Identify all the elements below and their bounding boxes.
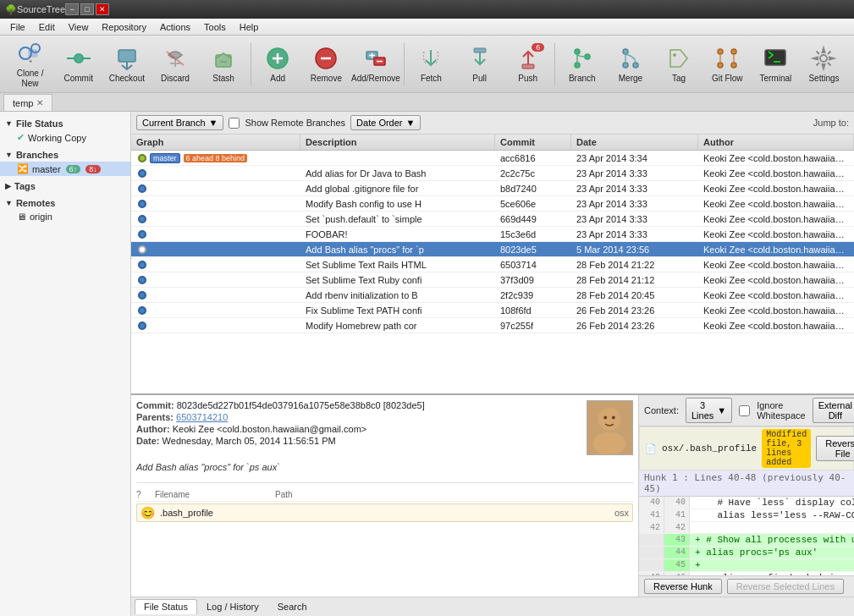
table-row[interactable]: Set `push.default` to `simple 669d449 23… xyxy=(131,212,854,227)
line-content xyxy=(690,522,854,533)
description-cell-selected: Add Bash alias "procs" for `p xyxy=(300,244,495,256)
pull-button[interactable]: Pull xyxy=(456,40,503,89)
toolbar: + Clone / New Commit Checkout Discard St… xyxy=(0,36,854,93)
commit-button[interactable]: Commit xyxy=(55,40,102,89)
menu-actions[interactable]: Actions xyxy=(153,20,197,34)
remove-button[interactable]: Remove xyxy=(303,40,350,89)
sidebar-header-branches[interactable]: ▼ Branches xyxy=(0,148,130,162)
author-cell: Keoki Zee <cold.boston.hawaiian@g xyxy=(698,168,854,179)
menu-view[interactable]: View xyxy=(62,20,96,34)
commit-cell: 37f3d09 xyxy=(495,274,571,286)
table-row[interactable]: Set Sublime Text Ruby confi 37f3d09 28 F… xyxy=(131,272,854,288)
sidebar-item-origin[interactable]: 🖥 origin xyxy=(0,210,130,223)
svg-point-27 xyxy=(623,49,628,54)
diff-line-added: 44 + alias procs='ps aux' xyxy=(639,547,854,559)
terminal-button[interactable]: Terminal xyxy=(752,40,799,89)
description-cell: Modify Bash config to use H xyxy=(300,198,495,210)
context-dropdown[interactable]: 3 Lines ▼ xyxy=(686,398,732,423)
content-area: Current Branch ▼ Show Remote Branches Da… xyxy=(131,112,854,616)
tab-close-button[interactable]: ✕ xyxy=(36,98,43,107)
push-button[interactable]: 6 Push xyxy=(504,40,551,89)
git-flow-button[interactable]: Git Flow xyxy=(704,40,751,89)
sidebar-section-file-status: ▼ File Status ✔ Working Copy xyxy=(0,115,130,146)
sidebar-item-master[interactable]: 🔀 master 6↑ 8↓ xyxy=(0,162,130,176)
table-row[interactable]: Add global .gitignore file for b8d7240 2… xyxy=(131,181,854,196)
ignore-whitespace-label[interactable]: Ignore Whitespace xyxy=(757,400,805,421)
author-cell: Keoki Zee <cold.boston.hawaiian@g xyxy=(698,289,854,301)
date-label: Date: xyxy=(136,436,160,446)
line-num-old: 42 xyxy=(639,522,664,533)
svg-point-32 xyxy=(718,49,723,54)
table-row[interactable]: Set Sublime Text Rails HTML 6503714 28 F… xyxy=(131,257,854,272)
graph-dot xyxy=(138,215,146,223)
description-cell: Add alias for Dr Java to Bash xyxy=(300,168,495,179)
reverse-file-button[interactable]: Reverse File xyxy=(816,436,854,461)
checkout-button[interactable]: Checkout xyxy=(103,40,150,89)
current-branch-label: Current Branch xyxy=(142,118,206,128)
reverse-selected-lines-button[interactable]: Reverse Selected Lines xyxy=(727,579,844,594)
tab-search[interactable]: Search xyxy=(268,599,317,614)
menu-edit[interactable]: Edit xyxy=(32,20,62,34)
table-row[interactable]: master 6 ahead 8 behind acc6816 23 Apr 2… xyxy=(131,151,854,166)
tab-file-status[interactable]: File Status xyxy=(135,599,197,614)
svg-point-34 xyxy=(731,49,736,54)
stash-button[interactable]: Stash xyxy=(201,40,247,89)
list-item[interactable]: 😊 .bash_profile osx xyxy=(136,503,633,522)
table-row[interactable]: FOOBAR! 15c3e6d 23 Apr 2014 3:33 Keoki Z… xyxy=(131,227,854,242)
maximize-button[interactable]: □ xyxy=(80,3,94,15)
commit-cell: b8d7240 xyxy=(495,183,571,195)
author-cell: Keoki Zee <cold.boston.hawaiian@g xyxy=(698,152,854,164)
description-cell: Fix Sublime Text PATH confi xyxy=(300,305,495,316)
table-row[interactable]: Add alias for Dr Java to Bash 2c2c75c 23… xyxy=(131,166,854,181)
branch-button[interactable]: Branch xyxy=(559,40,605,89)
line-content: + # Show all processes with users xyxy=(690,534,854,546)
close-button[interactable]: ✕ xyxy=(96,3,109,15)
remotes-arrow: ▼ xyxy=(5,199,13,207)
menu-repository[interactable]: Repository xyxy=(95,20,153,34)
diff-line: 42 42 xyxy=(639,522,854,534)
table-row[interactable]: Fix Sublime Text PATH confi 108f6fd 26 F… xyxy=(131,303,854,318)
table-row[interactable]: Modify Bash config to use H 5ce606e 23 A… xyxy=(131,196,854,212)
settings-button[interactable]: Settings xyxy=(801,40,847,89)
tab-log-history[interactable]: Log / History xyxy=(197,599,268,614)
ignore-whitespace-checkbox[interactable] xyxy=(739,405,750,416)
checkout-icon xyxy=(113,45,140,72)
table-row-selected[interactable]: Add Bash alias "procs" for `p 8023de5 5 … xyxy=(131,242,854,257)
sidebar-header-tags[interactable]: ▶ Tags xyxy=(0,179,130,193)
graph-cell xyxy=(131,275,300,285)
settings-icon xyxy=(810,45,837,72)
show-remote-checkbox[interactable] xyxy=(229,118,240,129)
minimize-button[interactable]: − xyxy=(65,3,79,15)
graph-cell: master 6 ahead 8 behind xyxy=(131,152,300,164)
sidebar-header-remotes[interactable]: ▼ Remotes xyxy=(0,196,130,210)
table-row[interactable]: Modify Homebrew path cor 97c255f 26 Feb … xyxy=(131,318,854,333)
commit-label: Commit xyxy=(63,74,92,84)
add-remove-button[interactable]: Add/Remove xyxy=(351,40,400,89)
merge-button[interactable]: Merge xyxy=(607,40,653,89)
context-label: Context: xyxy=(644,405,679,415)
menu-file[interactable]: File xyxy=(3,20,32,34)
author-cell: Keoki Zee <cold.boston.hawaiian@g xyxy=(698,183,854,195)
discard-button[interactable]: Discard xyxy=(152,40,198,89)
external-diff-button[interactable]: External Diff xyxy=(813,398,854,423)
reverse-hunk-button[interactable]: Reverse Hunk xyxy=(644,579,722,594)
add-button[interactable]: Add xyxy=(255,40,301,89)
sidebar-header-file-status[interactable]: ▼ File Status xyxy=(0,117,130,130)
tab-temp[interactable]: temp ✕ xyxy=(3,94,52,111)
date-cell: 23 Apr 2014 3:33 xyxy=(571,198,698,210)
tag-button[interactable]: Tag xyxy=(656,40,702,89)
clone-new-button[interactable]: + Clone / New xyxy=(7,40,53,89)
clone-new-label: Clone / New xyxy=(10,69,50,89)
branch-dropdown-arrow: ▼ xyxy=(209,118,218,128)
parents-link[interactable]: 6503714210 xyxy=(176,412,228,422)
sidebar-item-working-copy[interactable]: ✔ Working Copy xyxy=(0,130,130,145)
table-row[interactable]: Add rbenv initialization to B 2f2c939 28… xyxy=(131,288,854,303)
date-order-dropdown[interactable]: Date Order ▼ xyxy=(350,115,421,130)
show-remote-label[interactable]: Show Remote Branches xyxy=(245,118,345,128)
current-branch-dropdown[interactable]: Current Branch ▼ xyxy=(136,115,223,130)
menu-help[interactable]: Help xyxy=(233,20,266,34)
menu-tools[interactable]: Tools xyxy=(197,20,233,34)
svg-rect-21 xyxy=(474,48,486,52)
date-line: Date: Wednesday, March 05, 2014 11:56:51… xyxy=(136,436,575,446)
fetch-button[interactable]: Fetch xyxy=(408,40,455,89)
